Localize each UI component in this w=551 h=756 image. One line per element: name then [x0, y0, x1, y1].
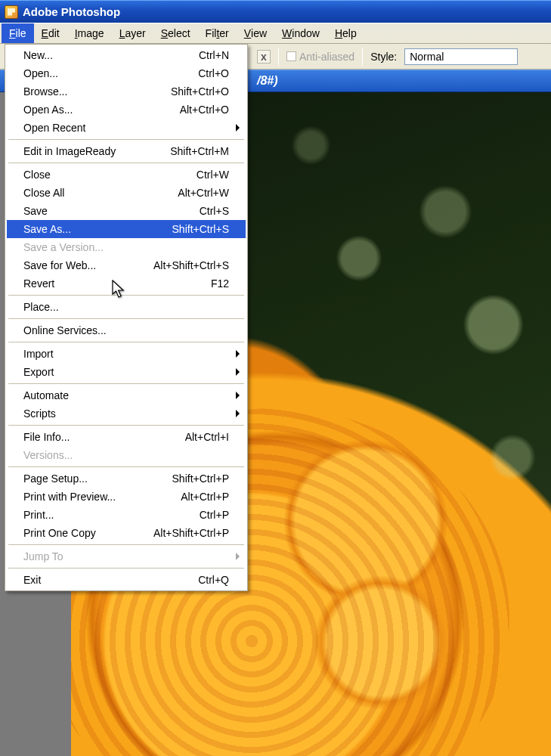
menu-separator	[8, 544, 244, 545]
menu-help[interactable]: Help	[327, 23, 364, 43]
file-menu-scripts[interactable]: Scripts	[7, 404, 246, 423]
file-menu-dropdown[interactable]: New...Ctrl+NOpen...Ctrl+OBrowse...Shift+…	[5, 44, 248, 591]
menu-item-label: Open As...	[23, 104, 73, 116]
menu-separator	[8, 163, 244, 163]
menu-bar: FileEditImageLayerSelectFilterViewWindow…	[0, 23, 551, 44]
menu-item-label: Versions...	[23, 449, 73, 461]
file-menu-versions: Versions...	[7, 446, 246, 464]
file-menu-browse[interactable]: Browse...Shift+Ctrl+O	[7, 82, 246, 101]
title-bar: Adobe Photoshop	[0, 0, 551, 23]
file-menu-revert[interactable]: RevertF12	[7, 274, 246, 293]
menu-separator	[8, 466, 244, 467]
menu-item-label: Close All	[23, 187, 64, 199]
menu-separator	[8, 568, 244, 569]
menu-item-label: Open...	[23, 67, 58, 79]
file-menu-exit[interactable]: ExitCtrl+Q	[7, 571, 246, 589]
menu-view[interactable]: View	[237, 23, 274, 43]
file-menu-print-one-copy[interactable]: Print One CopyAlt+Shift+Ctrl+P	[7, 524, 246, 542]
checkbox-box[interactable]	[286, 51, 296, 61]
file-menu-close-all[interactable]: Close AllAlt+Ctrl+W	[7, 184, 246, 202]
menu-image[interactable]: Image	[67, 23, 112, 43]
file-menu-import[interactable]: Import	[7, 345, 246, 363]
file-menu-save-as[interactable]: Save As...Shift+Ctrl+S	[7, 220, 246, 238]
file-menu-page-setup[interactable]: Page Setup...Shift+Ctrl+P	[7, 469, 246, 488]
menu-item-label: Print with Preview...	[23, 491, 116, 503]
menu-item-label: Print One Copy	[23, 527, 96, 539]
menu-item-shortcut: Shift+Ctrl+M	[170, 145, 229, 157]
menu-item-label: Scripts	[23, 407, 56, 420]
style-select[interactable]: Normal	[404, 48, 518, 65]
app-icon	[5, 5, 18, 19]
menu-item-label: File Info...	[23, 431, 70, 443]
file-menu-place[interactable]: Place...	[7, 298, 246, 316]
file-menu-save-a-version: Save a Version...	[7, 238, 246, 256]
menu-item-shortcut: Ctrl+S	[200, 205, 229, 217]
menu-item-shortcut: Alt+Ctrl+I	[185, 431, 229, 443]
menu-item-shortcut: Shift+Ctrl+O	[171, 85, 229, 98]
file-menu-automate[interactable]: Automate	[7, 386, 246, 404]
style-value: Normal	[410, 51, 444, 63]
menu-item-shortcut: Alt+Shift+Ctrl+S	[153, 259, 229, 271]
anti-aliased-label: Anti-aliased	[299, 51, 354, 63]
options-x-button[interactable]: x	[257, 50, 271, 64]
file-menu-open-recent[interactable]: Open Recent	[7, 119, 246, 137]
menu-item-shortcut: F12	[211, 277, 229, 290]
menu-item-label: Save	[23, 205, 48, 217]
file-menu-jump-to: Jump To	[7, 547, 246, 565]
menu-separator	[8, 295, 244, 296]
menu-item-shortcut: Ctrl+O	[198, 67, 229, 79]
menu-item-shortcut: Ctrl+W	[197, 169, 229, 181]
menu-item-label: Place...	[23, 301, 59, 313]
menu-filter[interactable]: Filter	[198, 23, 237, 43]
app-title: Adobe Photoshop	[23, 5, 120, 18]
file-menu-edit-in-imageready[interactable]: Edit in ImageReadyShift+Ctrl+M	[7, 142, 246, 160]
menu-item-label: Exit	[23, 574, 41, 586]
menu-item-label: Edit in ImageReady	[23, 145, 116, 157]
file-menu-online-services[interactable]: Online Services...	[7, 321, 246, 339]
menu-layer[interactable]: Layer	[112, 23, 153, 43]
menu-separator	[8, 139, 244, 140]
menu-item-label: Online Services...	[23, 324, 107, 336]
menu-item-label: Export	[23, 366, 54, 378]
style-label: Style:	[370, 51, 397, 63]
menu-item-shortcut: Ctrl+Q	[198, 574, 229, 586]
menu-item-label: Close	[23, 169, 51, 181]
file-menu-save-for-web[interactable]: Save for Web...Alt+Shift+Ctrl+S	[7, 256, 246, 274]
menu-item-label: Automate	[23, 389, 69, 401]
menu-item-shortcut: Shift+Ctrl+S	[172, 223, 229, 235]
file-menu-open[interactable]: Open...Ctrl+O	[7, 64, 246, 82]
menu-window[interactable]: Window	[274, 23, 327, 43]
file-menu-print-with-preview[interactable]: Print with Preview...Alt+Ctrl+P	[7, 488, 246, 506]
document-title-fragment: /8#)	[257, 74, 278, 88]
menu-separator	[8, 383, 244, 384]
file-menu-export[interactable]: Export	[7, 363, 246, 381]
separator	[278, 48, 279, 66]
menu-item-shortcut: Alt+Ctrl+O	[180, 104, 229, 116]
menu-item-label: New...	[23, 49, 53, 61]
separator	[362, 48, 363, 66]
menu-select[interactable]: Select	[153, 23, 198, 43]
file-menu-new[interactable]: New...Ctrl+N	[7, 46, 246, 64]
menu-item-shortcut: Alt+Ctrl+W	[178, 187, 229, 199]
file-menu-open-as[interactable]: Open As...Alt+Ctrl+O	[7, 101, 246, 119]
menu-item-label: Print...	[23, 509, 54, 521]
menu-item-shortcut: Alt+Shift+Ctrl+P	[153, 527, 229, 539]
file-menu-file-info[interactable]: File Info...Alt+Ctrl+I	[7, 428, 246, 446]
menu-edit[interactable]: Edit	[34, 23, 67, 43]
file-menu-save[interactable]: SaveCtrl+S	[7, 202, 246, 220]
menu-item-label: Jump To	[23, 550, 63, 562]
file-menu-close[interactable]: CloseCtrl+W	[7, 166, 246, 184]
menu-item-shortcut: Ctrl+N	[199, 49, 229, 61]
menu-item-label: Page Setup...	[23, 472, 88, 485]
menu-item-label: Browse...	[23, 85, 67, 98]
menu-item-label: Revert	[23, 277, 54, 290]
menu-item-label: Open Recent	[23, 122, 86, 134]
file-menu-print[interactable]: Print...Ctrl+P	[7, 506, 246, 524]
menu-separator	[8, 425, 244, 426]
menu-file[interactable]: File	[2, 23, 34, 43]
menu-item-label: Save As...	[23, 223, 71, 235]
menu-separator	[8, 342, 244, 342]
menu-item-label: Import	[23, 348, 54, 360]
anti-aliased-checkbox[interactable]: Anti-aliased	[286, 51, 354, 63]
menu-separator	[8, 318, 244, 319]
